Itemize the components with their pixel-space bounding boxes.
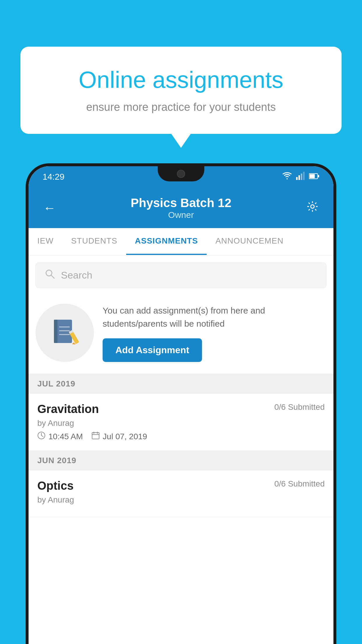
svg-line-9 <box>51 275 54 278</box>
svg-rect-0 <box>296 177 298 180</box>
assignment-submitted-optics: 0/6 Submitted <box>274 479 325 489</box>
settings-icon[interactable] <box>306 200 319 216</box>
search-placeholder: Search <box>61 270 92 281</box>
speech-bubble: Online assignments ensure more practice … <box>20 47 342 134</box>
assignment-item-optics[interactable]: Optics 0/6 Submitted by Anurag <box>29 470 333 517</box>
content-area: Search <box>29 256 333 517</box>
battery-icon <box>309 172 319 181</box>
calendar-icon <box>92 431 100 442</box>
month-header-jul: JUL 2019 <box>29 374 333 394</box>
assignment-row-top: Gravitation 0/6 Submitted <box>37 402 325 416</box>
assignment-meta: 10:45 AM Jul 07, 2019 <box>37 431 325 442</box>
phone-notch <box>158 166 204 181</box>
header-title-block: Physics Batch 12 Owner <box>56 196 306 220</box>
assignment-time-value: 10:45 AM <box>48 432 83 441</box>
search-bar[interactable]: Search <box>36 262 326 288</box>
promo-section: Online assignments ensure more practice … <box>20 47 342 134</box>
assignment-date: Jul 07, 2019 <box>92 431 147 442</box>
tab-students[interactable]: STUDENTS <box>62 228 126 255</box>
promo-title: Online assignments <box>44 67 318 93</box>
notebook-icon <box>49 317 81 349</box>
signal-icon <box>296 172 305 182</box>
app-header: ← Physics Batch 12 Owner <box>29 187 333 228</box>
header-subtitle: Owner <box>56 210 306 220</box>
tab-announcements[interactable]: ANNOUNCEMEN <box>207 228 292 255</box>
phone-screen: 14:29 <box>29 166 333 644</box>
assignment-row-top-optics: Optics 0/6 Submitted <box>37 479 325 492</box>
month-header-jun: JUN 2019 <box>29 451 333 470</box>
wifi-icon <box>282 172 292 182</box>
svg-rect-2 <box>301 174 302 180</box>
assignment-info: You can add assignment(s) from here and … <box>103 304 326 362</box>
svg-line-20 <box>41 435 43 437</box>
add-assignment-button[interactable]: Add Assignment <box>103 338 202 362</box>
notebook-icon-wrap <box>36 304 94 362</box>
assignment-name: Gravitation <box>37 402 99 416</box>
assignment-item-gravitation[interactable]: Gravitation 0/6 Submitted by Anurag <box>29 394 333 451</box>
promo-subtitle: ensure more practice for your students <box>44 101 318 113</box>
svg-rect-11 <box>54 320 57 343</box>
svg-rect-1 <box>298 175 300 180</box>
svg-rect-6 <box>318 175 319 177</box>
front-camera <box>177 170 185 178</box>
status-time: 14:29 <box>43 172 64 182</box>
assignment-name-optics: Optics <box>37 479 73 492</box>
assignment-time: 10:45 AM <box>37 431 83 442</box>
assignment-submitted: 0/6 Submitted <box>274 402 325 412</box>
back-button[interactable]: ← <box>43 201 56 215</box>
phone-frame: 14:29 <box>26 163 336 644</box>
svg-rect-3 <box>303 172 305 180</box>
svg-point-7 <box>311 205 314 208</box>
assignment-date-value: Jul 07, 2019 <box>103 432 147 441</box>
header-title: Physics Batch 12 <box>56 196 306 210</box>
svg-rect-5 <box>310 174 315 178</box>
clock-icon <box>37 431 45 442</box>
assignment-info-text: You can add assignment(s) from here and … <box>103 304 326 330</box>
svg-rect-21 <box>92 433 99 439</box>
tabs-bar: IEW STUDENTS ASSIGNMENTS ANNOUNCEMEN <box>29 228 333 256</box>
tab-assignments[interactable]: ASSIGNMENTS <box>126 228 207 255</box>
add-assignment-section: You can add assignment(s) from here and … <box>29 295 333 374</box>
assignment-by-optics: by Anurag <box>37 495 325 505</box>
tab-iew[interactable]: IEW <box>29 228 62 255</box>
assignment-by: by Anurag <box>37 419 325 428</box>
search-icon <box>45 269 55 282</box>
status-icons <box>282 172 319 182</box>
